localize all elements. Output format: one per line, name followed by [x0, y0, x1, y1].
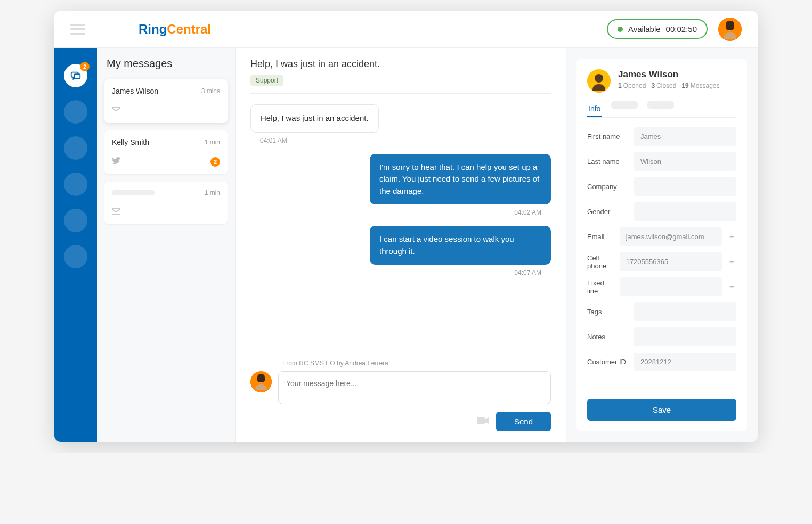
inbox-panel: My messages James Wilson 3 mins Kelly Sm… [97, 48, 236, 442]
last-name-field[interactable] [634, 152, 736, 171]
incoming-message: Help, I was just in an accident. [250, 104, 379, 133]
contact-stats: 1Opened 3Closed 19Messages [618, 82, 720, 89]
tab-placeholder[interactable] [647, 101, 674, 109]
message-card[interactable]: 1 min [104, 182, 228, 224]
message-timestamp: 04:01 AM [250, 137, 551, 144]
chat-panel: Help, I was just in an accident. Support… [236, 48, 566, 442]
message-time: 1 min [205, 138, 220, 146]
tags-field[interactable] [634, 302, 736, 321]
compose-meta: From RC SMS EO by Andrea Ferrera [250, 359, 551, 367]
svg-rect-8 [477, 417, 485, 424]
send-button[interactable]: Send [496, 412, 551, 431]
twitter-icon [112, 157, 120, 167]
message-row: I'm sorry to hear that. I can help you s… [250, 154, 551, 205]
message-timestamp: 04:02 AM [250, 209, 551, 216]
message-row: Help, I was just in an accident. [250, 104, 551, 133]
email-icon [112, 207, 120, 217]
chat-title: Help, I was just in an accident. [250, 59, 551, 70]
outgoing-message: I can start a video session to walk you … [370, 226, 551, 265]
tab-placeholder[interactable] [611, 101, 638, 109]
nav-item-6[interactable] [64, 245, 87, 268]
svg-point-10 [595, 74, 603, 83]
status-label: Available [628, 24, 661, 34]
svg-rect-3 [74, 74, 80, 78]
company-field[interactable] [634, 177, 736, 196]
nav-messages-badge: 2 [80, 62, 90, 71]
save-button[interactable]: Save [587, 399, 736, 421]
chat-messages: Help, I was just in an accident. 04:01 A… [250, 94, 551, 359]
message-timestamp: 04:07 AM [250, 269, 551, 276]
field-label: Last name [587, 158, 629, 166]
compose-area: From RC SMS EO by Andrea Ferrera Send [250, 359, 551, 431]
topbar: RingCentral Available 00:02:50 [54, 11, 758, 48]
chat-tag: Support [250, 75, 283, 86]
video-icon[interactable] [477, 417, 489, 427]
status-indicator-icon [618, 27, 623, 32]
nav-item-5[interactable] [64, 209, 87, 232]
nav-rail: 2 [54, 48, 97, 442]
contact-name: James Wilson [618, 69, 720, 80]
field-label: Gender [587, 208, 629, 216]
app-window: RingCentral Available 00:02:50 2 My mess… [54, 11, 758, 442]
field-label: Notes [587, 333, 629, 341]
nav-item-2[interactable] [64, 100, 87, 124]
add-email-icon[interactable]: + [727, 232, 736, 242]
field-label: Tags [587, 308, 629, 316]
nav-item-4[interactable] [64, 173, 87, 196]
status-timer: 00:02:50 [666, 24, 697, 34]
agent-avatar [250, 371, 272, 392]
field-label: Email [587, 233, 614, 241]
app-body: 2 My messages James Wilson 3 mins [54, 48, 758, 442]
field-label: Fixed line [587, 279, 614, 295]
contact-form: First name Last name Company Gender Emai… [587, 127, 736, 394]
nav-messages[interactable]: 2 [64, 64, 87, 87]
message-time: 3 mins [201, 87, 220, 95]
inbox-title: My messages [104, 58, 228, 70]
message-row: I can start a video session to walk you … [250, 226, 551, 265]
detail-tabs: Info [587, 101, 736, 118]
field-label: Company [587, 183, 629, 191]
email-field[interactable] [620, 227, 722, 246]
chat-header: Help, I was just in an accident. Support [250, 59, 551, 94]
email-icon [112, 106, 120, 116]
cell-phone-field[interactable] [620, 252, 722, 271]
user-avatar[interactable] [718, 18, 742, 41]
nav-item-3[interactable] [64, 136, 87, 160]
svg-rect-4 [112, 107, 120, 113]
field-label: Customer ID [587, 358, 629, 366]
brand-logo: RingCentral [139, 22, 211, 37]
message-sender-placeholder [112, 190, 155, 195]
add-phone-icon[interactable]: + [727, 257, 736, 267]
details-panel: James Wilson 1Opened 3Closed 19Messages … [566, 48, 758, 442]
field-label: Cell phone [587, 254, 614, 270]
message-time: 1 min [205, 189, 220, 196]
message-card[interactable]: Kelly Smith 1 min 2 [104, 130, 228, 174]
svg-rect-5 [112, 208, 120, 215]
message-input[interactable] [278, 371, 551, 404]
availability-status[interactable]: Available 00:02:50 [607, 19, 708, 39]
menu-icon[interactable] [70, 24, 85, 35]
gender-field[interactable] [634, 202, 736, 221]
notes-field[interactable] [634, 328, 736, 346]
message-card[interactable]: James Wilson 3 mins [104, 79, 228, 123]
fixed-line-field[interactable] [620, 277, 722, 296]
first-name-field[interactable] [634, 127, 736, 146]
outgoing-message: I'm sorry to hear that. I can help you s… [370, 154, 551, 205]
message-sender: Kelly Smith [112, 138, 149, 146]
unread-badge: 2 [210, 157, 220, 167]
message-sender: James Wilson [112, 87, 158, 95]
field-label: First name [587, 133, 629, 141]
contact-avatar [587, 69, 611, 93]
customer-id-field[interactable] [634, 353, 736, 371]
tab-info[interactable]: Info [587, 101, 602, 117]
contact-card: James Wilson 1Opened 3Closed 19Messages … [576, 59, 747, 431]
add-line-icon[interactable]: + [727, 282, 736, 292]
